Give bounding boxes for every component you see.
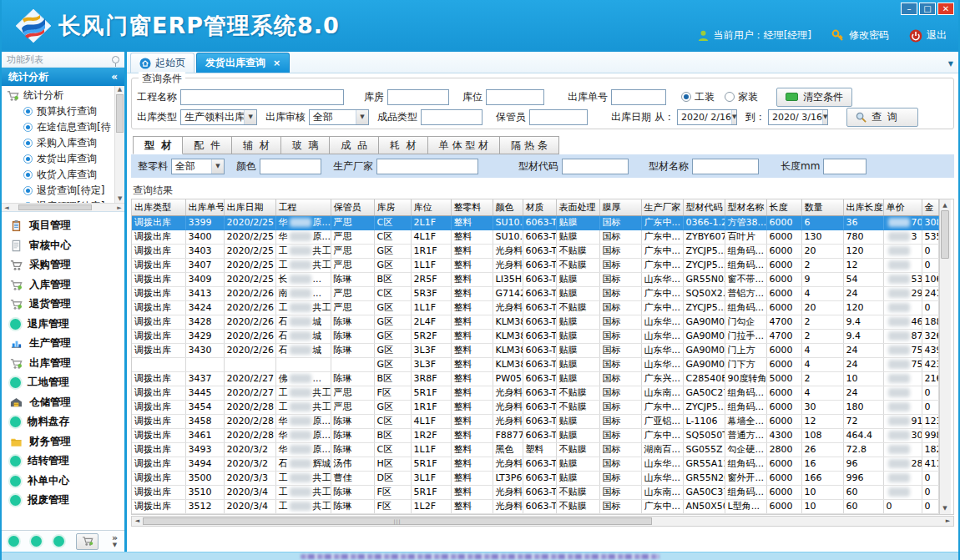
column-header[interactable]: 出库单号	[185, 199, 224, 215]
column-header[interactable]: 颜色	[493, 199, 523, 215]
table-row[interactable]: 调拨出库34282020/2/26石城陈琳G区2L4F整料KLM38176063…	[132, 315, 938, 329]
project-name-input[interactable]	[180, 89, 344, 105]
profile-name-input[interactable]	[692, 159, 759, 174]
table-row[interactable]: 调拨出库34452020/2/27工共工程严思F区5R1F整料光身料6063-T…	[132, 386, 938, 400]
table-row[interactable]: 调拨出库34002020/2/25华原...严思C区4L1F整料SU10...6…	[132, 230, 938, 244]
table-row[interactable]: 调拨出库35002020/3/3工共工程曹佳D区3L1F整料LT3P606063…	[132, 471, 938, 485]
tree-item[interactable]: 收货入库查询	[7, 167, 124, 183]
tree-item[interactable]: 在途信息查询[待	[7, 119, 124, 135]
scroll-down-icon[interactable]: ▼	[942, 503, 947, 514]
table-row[interactable]: 调拨出库33992020/2/25华原...严思C区2L1F整料SU10...6…	[132, 215, 938, 230]
close-button[interactable]: ✕	[937, 3, 954, 15]
material-tab[interactable]: 单 体 型 材	[428, 136, 500, 154]
location-input[interactable]	[486, 89, 544, 105]
column-header[interactable]: 工程	[275, 199, 331, 215]
table-row[interactable]: 调拨出库34072020/2/25工共工程严思G区1L1F整料光身料6063-T…	[132, 258, 938, 272]
sidebar-item[interactable]: 生产管理	[2, 334, 124, 354]
tab-shipping-outbound-query[interactable]: 发货出库查询 ×	[196, 53, 290, 73]
table-row[interactable]: 调拨出库35122020/3/4工共工程陈琳F区1L2F整料光身料6063-T5…	[132, 499, 938, 513]
tree-item[interactable]: 预算执行查询	[7, 103, 124, 119]
material-tab[interactable]: 型 材	[133, 136, 183, 154]
sidebar-item[interactable]: 出库管理	[2, 354, 124, 374]
table-row[interactable]: 调拨出库34092020/2/25长...陈琳B区2R5F整料LI35HD606…	[132, 272, 938, 286]
material-tab[interactable]: 玻 璃	[281, 136, 331, 154]
hscroll-thumb[interactable]: |||	[143, 517, 652, 525]
material-tab[interactable]: 隔 热 条	[500, 136, 559, 154]
nav-shortcut-cart-button[interactable]	[76, 533, 99, 550]
color-input[interactable]	[260, 159, 321, 174]
sidebar-item[interactable]: 财务管理	[2, 432, 124, 452]
tab-home[interactable]: 起始页	[130, 53, 195, 73]
column-header[interactable]: 金	[922, 199, 938, 215]
sidebar-item[interactable]: 入库管理	[2, 275, 124, 295]
table-row[interactable]: 调拨出库34372020/2/27佛...陈琳B区3R8F整料PW056063-…	[132, 371, 938, 386]
scroll-right-icon[interactable]: ►	[942, 517, 953, 524]
column-header[interactable]: 库房	[374, 199, 411, 215]
column-header[interactable]: 型材代码	[683, 199, 725, 215]
vscroll-thumb[interactable]	[941, 210, 949, 259]
column-header[interactable]: 生产厂家	[641, 199, 683, 215]
material-tab[interactable]: 耗 材	[379, 136, 428, 154]
column-header[interactable]: 长度	[766, 199, 801, 215]
keeper-input[interactable]	[529, 109, 588, 125]
column-header[interactable]: 材质	[523, 199, 556, 215]
table-row[interactable]: 调拨出库34302020/2/26石城陈琳G区3L3F整料KLM38176063…	[132, 343, 938, 357]
factory-input[interactable]	[376, 159, 478, 174]
table-row[interactable]: 调拨出库34612020/2/28华原...陈琳B区1R2F整料F8877FT6…	[132, 428, 938, 442]
nav-shortcut-circle-icon[interactable]	[53, 536, 64, 547]
pin-icon[interactable]	[112, 56, 119, 63]
scroll-left-icon[interactable]: ◄	[132, 517, 143, 524]
statistics-section-header[interactable]: 统计分析 «	[2, 68, 124, 86]
jiazhuang-radio[interactable]	[725, 92, 735, 102]
warehouse-input[interactable]	[387, 89, 449, 105]
profile-code-input[interactable]	[562, 159, 629, 174]
column-header[interactable]: 单价	[883, 199, 922, 215]
search-button[interactable]: 查 询	[846, 108, 918, 127]
sidebar-item[interactable]: 报废管理	[2, 491, 124, 511]
minimize-button[interactable]: –	[901, 3, 917, 15]
sidebar-item[interactable]: 项目管理	[2, 216, 124, 236]
table-row[interactable]: 调拨出库34942020/3/2石辉城汤伟H区5R1F整料光身料6063-T5贴…	[132, 457, 938, 471]
table-row[interactable]: 调拨出库34582020/2/28华原...陈琳C区4L1F整料光身料6063-…	[132, 414, 938, 428]
tree-item[interactable]: 退库管理[待定]	[7, 199, 124, 203]
nav-shortcut-circle-icon[interactable]	[31, 536, 42, 547]
sidebar-item[interactable]: 物料盘存	[2, 412, 124, 432]
audit-select[interactable]: 全部▼	[309, 109, 369, 125]
table-row[interactable]: 调拨出库34032020/2/25工共工程严思G区1R1F整料光身料6063-T…	[132, 244, 938, 258]
scroll-up-icon[interactable]: ▲	[942, 199, 947, 210]
sidebar-item[interactable]: 结转管理	[2, 452, 124, 472]
material-tab[interactable]: 配 件	[183, 136, 232, 154]
column-header[interactable]: 出库长度	[843, 199, 883, 215]
sidebar-item[interactable]: 审核中心	[2, 236, 124, 256]
out-type-select[interactable]: 生产领料出库▼	[180, 109, 257, 125]
column-header[interactable]: 膜厚	[599, 199, 641, 215]
collapse-icon[interactable]: «	[111, 71, 118, 83]
sidebar-item[interactable]: 仓储管理	[2, 393, 124, 413]
sidebar-item[interactable]: 退货管理	[2, 295, 124, 315]
tree-vertical-scrollbar[interactable]: ▲▼	[114, 86, 124, 203]
table-row[interactable]: 调拨出库34542020/2/28工共工程严思G区1R1F整料光身料6063-T…	[132, 400, 938, 414]
logout-button[interactable]: 退出	[909, 28, 947, 43]
table-row[interactable]: 调拨出库34932020/3/2华原...陈琳C区1L1F整料黑色塑料不贴膜国标…	[132, 442, 938, 457]
results-vertical-scrollbar[interactable]: ▲ ▼	[939, 199, 951, 514]
sidebar-item[interactable]: 退库管理	[2, 315, 124, 335]
results-horizontal-scrollbar[interactable]: ◄ ||| ►	[131, 516, 954, 527]
nav-shortcut-circle-icon[interactable]	[8, 536, 19, 547]
column-header[interactable]: 库位	[411, 199, 451, 215]
table-row[interactable]: 调拨出库34292020/2/26石城陈琳G区5R2F整料KLM38176063…	[132, 329, 938, 343]
order-no-input[interactable]	[611, 89, 666, 105]
sidebar-item[interactable]: 补单中心	[2, 472, 124, 492]
zhengling-select[interactable]: 全部▼	[171, 159, 225, 174]
column-header[interactable]: 数量	[801, 199, 843, 215]
product-type-input[interactable]	[421, 109, 483, 125]
sidebar-item[interactable]: 采购管理	[2, 255, 124, 275]
sidebar-item[interactable]: 工地管理	[2, 373, 124, 393]
table-row[interactable]: 调拨出库34242020/2/26工共工程严思G区1L1F整料光身料6063-T…	[132, 300, 938, 315]
change-password-button[interactable]: 修改密码	[831, 28, 889, 43]
table-row[interactable]: G区3L3F整料KLM38176063-T5贴膜国标山东华...GA90M09.…	[132, 357, 938, 371]
tree-item[interactable]: 发货出库查询	[7, 151, 124, 167]
tree-item[interactable]: 退货查询[待定]	[7, 183, 124, 199]
table-row[interactable]: 调拨出库34132020/2/26南...严思C区5R3F整料G71422606…	[132, 286, 938, 300]
gongzhuang-radio[interactable]	[681, 92, 691, 102]
date-from-select[interactable]: 2020/ 2/16▼	[677, 109, 737, 125]
